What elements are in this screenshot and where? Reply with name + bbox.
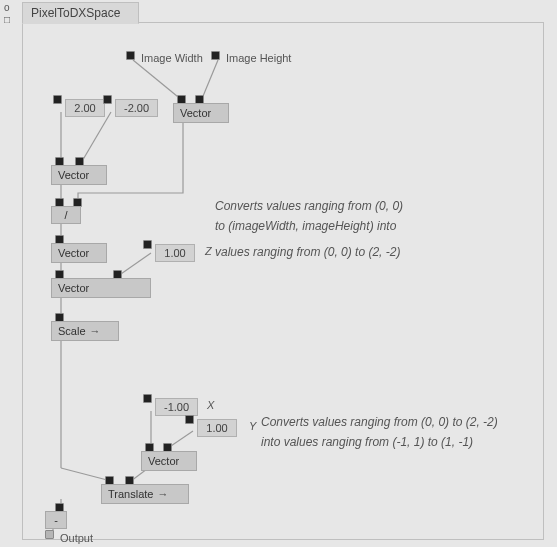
label-image-width: Image Width	[141, 49, 203, 67]
port-val-two[interactable]	[53, 95, 62, 104]
field-two[interactable]: 2.00	[65, 99, 105, 117]
port-val-one-y[interactable]	[185, 415, 194, 424]
axis-label-z: Z	[205, 245, 212, 257]
collapse-controls: o □	[4, 2, 10, 26]
field-neg-two[interactable]: -2.00	[115, 99, 158, 117]
node-translate[interactable]: Translate	[101, 484, 189, 504]
collapse-o[interactable]: o	[4, 2, 10, 14]
node-vector-bottom[interactable]: Vector	[141, 451, 197, 471]
comment-1-line-3: values ranging from (0, 0) to (2, -2)	[215, 243, 400, 261]
title-tab[interactable]: PixelToDXSpace	[22, 2, 139, 24]
port-image-height[interactable]	[211, 51, 220, 60]
field-neg-one-x[interactable]: -1.00	[155, 398, 198, 416]
port-val-neg-two[interactable]	[103, 95, 112, 104]
port-image-width[interactable]	[126, 51, 135, 60]
comment-2-line-1: Converts values ranging from (0, 0) to (…	[261, 413, 498, 431]
node-dash[interactable]: -	[45, 511, 67, 529]
node-vector-top[interactable]: Vector	[173, 103, 229, 123]
node-vector-mid[interactable]: Vector	[51, 243, 107, 263]
field-one-z[interactable]: 1.00	[155, 244, 195, 262]
comment-2-line-2: into values ranging from (-1, 1) to (1, …	[261, 433, 473, 451]
node-divide[interactable]: /	[51, 206, 81, 224]
node-vector-wide[interactable]: Vector	[51, 278, 151, 298]
port-output[interactable]	[45, 530, 54, 539]
axis-label-x: X	[207, 399, 214, 411]
graph-panel: Image Width Image Height 2.00 -2.00 Vect…	[22, 22, 544, 540]
label-output: Output	[60, 529, 93, 547]
port-val-one-z[interactable]	[143, 240, 152, 249]
node-scale[interactable]: Scale	[51, 321, 119, 341]
port-val-neg-one-x[interactable]	[143, 394, 152, 403]
collapse-box[interactable]: □	[4, 14, 10, 26]
comment-1-line-2: to (imageWidth, imageHeight) into	[215, 217, 396, 235]
field-one-y[interactable]: 1.00	[197, 419, 237, 437]
axis-label-y: Y	[249, 420, 256, 432]
label-image-height: Image Height	[226, 49, 291, 67]
comment-1-line-1: Converts values ranging from (0, 0)	[215, 197, 403, 215]
node-vector-left[interactable]: Vector	[51, 165, 107, 185]
